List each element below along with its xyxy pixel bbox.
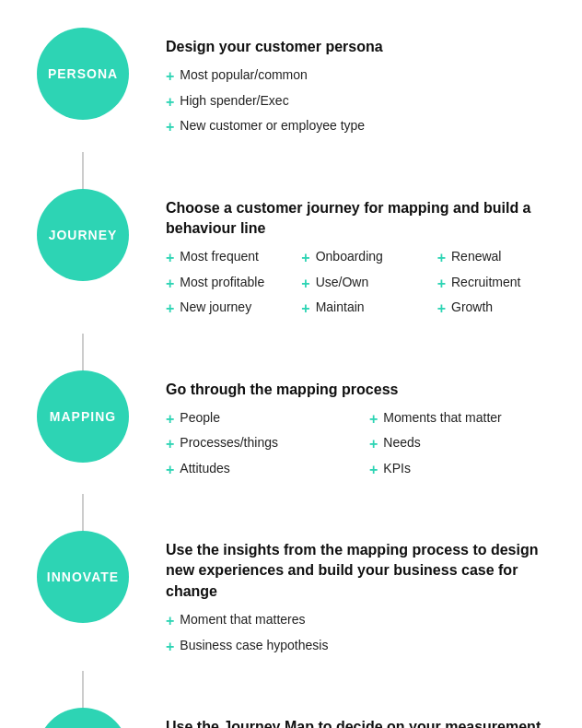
bullet-text: Most frequent: [180, 248, 259, 266]
list-item: +Business case hypothesis: [166, 637, 564, 657]
plus-icon: +: [369, 460, 378, 480]
step-mapping: MAPPINGGo through the mapping process+Pe…: [18, 370, 564, 532]
connector-line: [18, 494, 147, 531]
plus-icon: +: [166, 66, 174, 87]
bullets-mapping: +People+Processes/things+Attitudes+Momen…: [166, 409, 564, 485]
plus-icon: +: [166, 460, 174, 480]
bullet-text: Growth: [451, 299, 493, 317]
content-journey: Choose a customer journey for mapping an…: [147, 189, 564, 334]
bullet-col-persona-0: +Most popular/common+High spender/Exec+N…: [166, 66, 564, 142]
list-item: +Most frequent: [166, 248, 292, 268]
list-item: +New customer or employee type: [166, 117, 564, 137]
bullet-text: Moments that matter: [383, 409, 501, 428]
step-innovate: INNOVATEUse the insights from the mappin…: [18, 531, 564, 708]
content-innovate: Use the insights from the mapping proces…: [147, 531, 564, 671]
plus-icon: +: [166, 611, 174, 631]
title-journey: Choose a customer journey for mapping an…: [166, 198, 564, 240]
bullet-text: Renewal: [451, 248, 501, 266]
plus-icon: +: [166, 92, 174, 112]
bullet-text: Attitudes: [180, 460, 229, 478]
bullet-text: High spender/Exec: [180, 92, 288, 111]
list-item: +High spender/Exec: [166, 92, 564, 112]
list-item: +Needs: [369, 434, 564, 454]
title-persona: Design your customer persona: [166, 37, 564, 57]
plus-icon: +: [301, 299, 309, 319]
main-container: PERSONADesign your customer persona+Most…: [0, 18, 582, 728]
connector-line: [18, 334, 147, 370]
bullet-col-journey-0: +Most frequent+Most profitable+New journ…: [166, 248, 292, 323]
bullets-persona: +Most popular/common+High spender/Exec+N…: [166, 66, 564, 142]
bullet-text: Moment that matteres: [180, 611, 305, 629]
circle-journey: JOURNEY: [37, 189, 129, 281]
title-measure: Use the Journey Map to decide on your me…: [166, 717, 564, 728]
bullet-text: Business case hypothesis: [180, 637, 328, 655]
circle-mapping: MAPPING: [37, 370, 129, 463]
plus-icon: +: [437, 248, 446, 268]
plus-icon: +: [166, 248, 174, 268]
bullet-col-journey-2: +Renewal+Recruitment+Growth: [437, 248, 564, 323]
bullet-col-journey-1: +Onboarding+Use/Own+Maintain: [301, 248, 427, 323]
connector-line: [18, 152, 147, 189]
bullet-col-mapping-1: +Moments that matter+Needs+KPIs: [369, 409, 564, 485]
list-item: +Onboarding: [301, 248, 427, 268]
content-mapping: Go through the mapping process+People+Pr…: [147, 370, 564, 495]
plus-icon: +: [369, 434, 378, 454]
bullets-innovate: +Moment that matteres+Business case hypo…: [166, 611, 564, 662]
list-item: +Recruitment: [437, 274, 564, 294]
circle-measure: MEASURE: [37, 708, 129, 728]
step-measure: MEASUREUse the Journey Map to decide on …: [18, 708, 564, 728]
bullet-text: Use/Own: [316, 274, 369, 292]
step-journey: JOURNEYChoose a customer journey for map…: [18, 189, 564, 370]
plus-icon: +: [369, 409, 378, 429]
plus-icon: +: [437, 274, 446, 294]
list-item: +New journey: [166, 299, 292, 319]
bullet-text: New customer or employee type: [180, 117, 365, 135]
list-item: +Use/Own: [301, 274, 427, 294]
title-innovate: Use the insights from the mapping proces…: [166, 540, 564, 602]
step-persona: PERSONADesign your customer persona+Most…: [18, 28, 564, 189]
plus-icon: +: [301, 274, 309, 294]
list-item: +KPIs: [369, 460, 564, 480]
list-item: +Maintain: [301, 299, 427, 319]
plus-icon: +: [166, 117, 174, 137]
list-item: +Moment that matteres: [166, 611, 564, 631]
content-persona: Design your customer persona+Most popula…: [147, 28, 564, 152]
bullet-text: New journey: [180, 299, 251, 317]
list-item: +Most popular/common: [166, 66, 564, 87]
circle-persona: PERSONA: [37, 28, 129, 120]
list-item: +Attitudes: [166, 460, 360, 480]
bullet-text: Most profitable: [180, 274, 264, 292]
circle-innovate: INNOVATE: [37, 531, 129, 623]
plus-icon: +: [166, 434, 174, 454]
list-item: +Growth: [437, 299, 564, 319]
list-item: +Moments that matter: [369, 409, 564, 429]
bullets-journey: +Most frequent+Most profitable+New journ…: [166, 248, 564, 323]
bullet-text: Maintain: [316, 299, 365, 317]
connector-line: [18, 671, 147, 708]
title-mapping: Go through the mapping process: [166, 380, 564, 400]
bullet-text: Onboarding: [316, 248, 383, 266]
list-item: +Processes/things: [166, 434, 360, 454]
list-item: +Most profitable: [166, 274, 292, 294]
bullet-text: KPIs: [383, 460, 411, 478]
plus-icon: +: [166, 637, 174, 657]
plus-icon: +: [166, 299, 174, 319]
bullet-text: Processes/things: [180, 434, 278, 452]
plus-icon: +: [166, 409, 174, 429]
bullet-col-innovate-0: +Moment that matteres+Business case hypo…: [166, 611, 564, 662]
list-item: +People: [166, 409, 360, 429]
bullet-text: Recruitment: [451, 274, 520, 292]
plus-icon: +: [437, 299, 446, 319]
plus-icon: +: [166, 274, 174, 294]
bullet-text: People: [180, 409, 220, 428]
bullet-text: Needs: [383, 434, 420, 452]
content-measure: Use the Journey Map to decide on your me…: [147, 708, 564, 728]
list-item: +Renewal: [437, 248, 564, 268]
bullet-col-mapping-0: +People+Processes/things+Attitudes: [166, 409, 360, 485]
plus-icon: +: [301, 248, 309, 268]
bullet-text: Most popular/common: [180, 66, 308, 85]
